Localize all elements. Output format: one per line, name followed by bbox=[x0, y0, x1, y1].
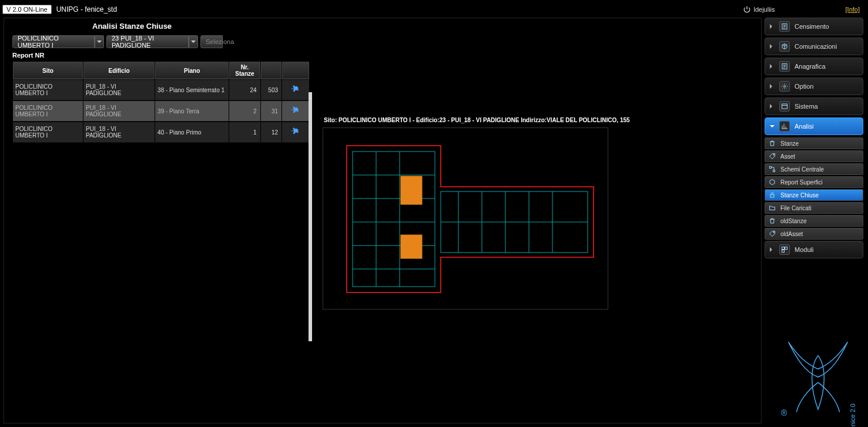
hex-icon bbox=[768, 178, 777, 186]
nav-label: Moduli bbox=[795, 246, 813, 253]
pin-icon bbox=[290, 126, 301, 137]
chevron-icon bbox=[770, 24, 775, 29]
pin-button[interactable] bbox=[282, 80, 309, 100]
nav-section-comunicazioni[interactable]: Comunicazioni bbox=[765, 38, 863, 55]
svg-rect-16 bbox=[401, 235, 422, 258]
nav-sub-oldstanze[interactable]: oldStanze bbox=[765, 215, 863, 227]
lock-icon bbox=[768, 191, 777, 199]
nav-section-moduli[interactable]: Moduli bbox=[765, 241, 863, 258]
svg-rect-37 bbox=[782, 247, 785, 250]
main-panel: Analisi Stanze Chiuse POLICLINICO UMBERT… bbox=[4, 18, 762, 423]
piano-select-placeholder: Seleziona bbox=[200, 35, 223, 48]
col-sito[interactable]: Sito bbox=[13, 62, 83, 79]
svg-rect-35 bbox=[770, 195, 774, 198]
nav-label: Analisi bbox=[795, 123, 813, 130]
floorplan[interactable] bbox=[323, 127, 608, 310]
nav-section-censimento[interactable]: Censimento bbox=[765, 18, 863, 35]
nav-sub-report-superfici[interactable]: Report Superfici bbox=[765, 176, 863, 188]
chevron-icon bbox=[770, 64, 775, 69]
trash-icon bbox=[768, 139, 777, 147]
page-title: Analisi Stanze Chiuse bbox=[4, 18, 761, 35]
nav-label: Anagrafica bbox=[795, 63, 826, 70]
nav-label: Censimento bbox=[795, 23, 829, 30]
chevron-down-icon[interactable] bbox=[189, 35, 198, 48]
nav-sub-stanze[interactable]: Stanze bbox=[765, 137, 863, 149]
table-row[interactable]: POLICLINICO UMBERTO IPUI_18 - VI PADIGLI… bbox=[13, 101, 309, 122]
svg-point-32 bbox=[773, 154, 775, 156]
app-title: UNIPG - fenice_std bbox=[56, 5, 117, 14]
sito-select-value: POLICLINICO UMBERTO I bbox=[12, 35, 95, 48]
svg-rect-33 bbox=[770, 167, 772, 169]
svg-rect-38 bbox=[785, 247, 787, 250]
pin-button[interactable] bbox=[282, 122, 309, 143]
col-action[interactable] bbox=[282, 62, 309, 79]
nav-section-analisi[interactable]: Analisi bbox=[765, 117, 863, 135]
info-link[interactable]: [Info] bbox=[846, 6, 860, 13]
cell-nr: 2 bbox=[229, 101, 260, 122]
cell-piano: 40 - Piano Primo bbox=[155, 122, 229, 143]
col-edificio[interactable]: Edificio bbox=[83, 62, 155, 79]
svg-rect-0 bbox=[353, 152, 435, 287]
nav-sub-label: File Caricati bbox=[780, 205, 812, 211]
nav-section-option[interactable]: Option bbox=[765, 78, 863, 95]
form-icon bbox=[779, 21, 790, 32]
table-row[interactable]: POLICLINICO UMBERTO IPUI_18 - VI PADIGLI… bbox=[13, 80, 309, 100]
chevron-icon bbox=[770, 84, 775, 89]
cell-piano: 39 - Piano Terra bbox=[155, 101, 229, 122]
svg-rect-15 bbox=[401, 176, 422, 204]
col-extra[interactable] bbox=[261, 62, 281, 79]
cell-sito: POLICLINICO UMBERTO I bbox=[13, 101, 83, 122]
nav-section-sistema[interactable]: Sistema bbox=[765, 97, 863, 115]
col-piano[interactable]: Piano bbox=[155, 62, 229, 79]
registered-mark: ® bbox=[781, 408, 787, 418]
power-icon[interactable] bbox=[743, 5, 751, 14]
scrollbar[interactable] bbox=[309, 92, 312, 341]
pin-icon bbox=[290, 83, 301, 95]
svg-rect-39 bbox=[782, 250, 785, 253]
cell-extra: 31 bbox=[261, 101, 281, 122]
nav-section-anagrafica[interactable]: Anagrafica bbox=[765, 58, 863, 75]
report-nr-label: Report NR bbox=[4, 51, 761, 61]
brand-label: Fenice 2.0 bbox=[849, 404, 856, 427]
user-name[interactable]: ldejuliis bbox=[753, 6, 775, 13]
sito-select[interactable]: POLICLINICO UMBERTO I bbox=[12, 35, 104, 48]
trash-icon bbox=[768, 217, 777, 225]
chevron-down-icon[interactable] bbox=[95, 35, 104, 48]
svg-rect-34 bbox=[773, 170, 775, 172]
topbar: V 2.0 ON-Line UNIPG - fenice_std ldejuli… bbox=[2, 4, 866, 15]
folder-icon bbox=[768, 204, 777, 212]
col-nrstanze[interactable]: Nr. Stanze bbox=[229, 62, 260, 79]
gears-icon bbox=[779, 81, 790, 92]
nav-sub-file-caricati[interactable]: File Caricati bbox=[765, 202, 863, 214]
edificio-select[interactable]: 23 PUI_18 - VI PADIGLIONE bbox=[106, 35, 198, 48]
nav-sub-asset[interactable]: Asset bbox=[765, 150, 863, 162]
cell-edificio: PUI_18 - VI PADIGLIONE bbox=[83, 101, 155, 122]
chevron-icon bbox=[770, 247, 775, 252]
nav-sub-stanze-chiuse[interactable]: Stanze Chiuse bbox=[765, 189, 863, 201]
cell-edificio: PUI_18 - VI PADIGLIONE bbox=[83, 122, 155, 143]
nav-sub-label: Asset bbox=[780, 153, 795, 160]
pin-button[interactable] bbox=[282, 101, 309, 122]
form-icon bbox=[779, 61, 790, 72]
table-row[interactable]: POLICLINICO UMBERTO IPUI_18 - VI PADIGLI… bbox=[13, 122, 309, 143]
nav-sub-oldasset[interactable]: oldAsset bbox=[765, 228, 863, 240]
nav-sub-label: Report Superfici bbox=[780, 179, 823, 186]
chart-icon bbox=[779, 121, 790, 132]
nav-sub-label: oldStanze bbox=[780, 218, 806, 224]
table-header-row: Sito Edificio Piano Nr. Stanze bbox=[13, 62, 309, 79]
report-table: Sito Edificio Piano Nr. Stanze POLICLINI… bbox=[12, 61, 310, 143]
brand-logo: Fenice 2.0 ® bbox=[780, 333, 856, 421]
chevron-icon bbox=[770, 125, 775, 130]
phoenix-icon bbox=[786, 336, 850, 418]
nav-sub-schemi-centrale[interactable]: Schemi Centrale bbox=[765, 163, 863, 175]
cell-sito: POLICLINICO UMBERTO I bbox=[13, 80, 83, 100]
floorplan-pane: Sito: POLICLINICO UMBERTO I - Edificio:2… bbox=[312, 75, 641, 345]
cell-sito: POLICLINICO UMBERTO I bbox=[13, 122, 83, 143]
svg-point-25 bbox=[784, 86, 786, 88]
pin-icon bbox=[290, 105, 301, 116]
nav-sub-label: Stanze Chiuse bbox=[780, 192, 819, 199]
schema-icon bbox=[768, 165, 777, 173]
nav-sub-label: Stanze bbox=[780, 140, 799, 147]
piano-select[interactable]: Seleziona bbox=[200, 35, 223, 48]
cell-nr: 1 bbox=[229, 122, 260, 143]
